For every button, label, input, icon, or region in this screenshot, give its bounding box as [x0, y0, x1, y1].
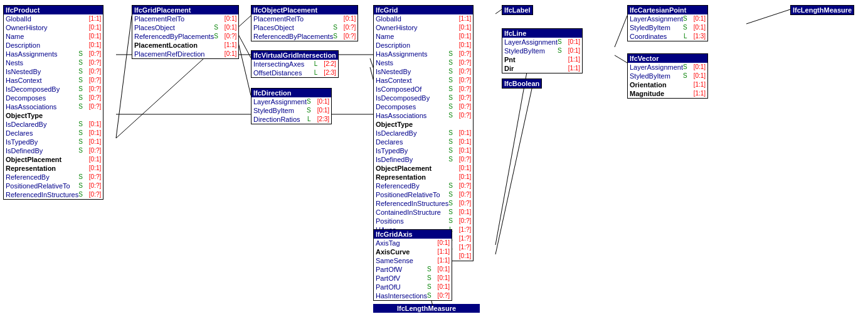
entity-row: PlacementRefDirection[0:1] [132, 50, 238, 58]
attr-card: S[0:?] [448, 217, 471, 225]
entity-ifcdirection: IfcDirectionLayerAssignmentS[0:1]StyledB… [251, 88, 332, 124]
attr-name: PartOfW [376, 265, 402, 274]
attr-card: S[0:?] [448, 102, 471, 111]
attr-name: HasAssignments [376, 50, 428, 58]
attr-name: ContainedInStructure [376, 208, 441, 217]
attr-card: [0:1] [220, 50, 236, 58]
attr-name: Nests [6, 58, 23, 67]
attr-card: L[1:?] [449, 234, 471, 243]
attr-card: S[0:1] [307, 106, 329, 115]
entity-row: PlacementRelTo[0:1] [132, 14, 238, 23]
entity-row: DecomposesS[0:?] [374, 102, 473, 111]
attr-name: Declares [6, 129, 33, 138]
attr-name: ObjectPlacement [376, 164, 431, 173]
entity-row: Representation[0:1] [374, 173, 473, 181]
attr-name: LayerAssignment [630, 14, 683, 23]
attr-name: OwnerHistory [376, 23, 418, 32]
attr-card: S[0:?] [78, 58, 101, 67]
entity-header-ifcboolean: IfcBoolean [502, 79, 541, 88]
entity-row: CoordinatesL[1:3] [628, 32, 707, 41]
attr-name: GlobalId [6, 14, 31, 23]
svg-line-6 [495, 9, 502, 14]
entity-header-ifclengthmeasure_top: IfcLengthMeasure [791, 6, 854, 14]
attr-name: LayerAssignment [504, 38, 558, 46]
entity-header-ifcdirection: IfcDirection [251, 89, 331, 97]
svg-line-10 [615, 55, 627, 63]
attr-card: S[0:?] [448, 155, 471, 164]
attr-card: S[0:1] [448, 129, 471, 138]
attr-name: HasAssignments [6, 50, 58, 58]
attr-card: [0:1] [339, 14, 356, 23]
attr-card: [1:1] [689, 89, 706, 98]
entity-ifcgrid: IfcGridGlobalId[1:1]OwnerHistory[0:1]Nam… [373, 5, 474, 261]
attr-card: [0:1] [220, 14, 236, 23]
attr-name: PlacementRelTo [253, 14, 304, 23]
attr-name: OffsetDistances [253, 68, 302, 77]
attr-name: AxisTag [376, 239, 400, 247]
entity-row: DeclaresS[0:1] [374, 138, 473, 146]
attr-card: S[0:1] [683, 63, 706, 72]
attr-card: S[0:1] [448, 138, 471, 146]
attr-card: S[0:?] [448, 58, 471, 67]
attr-name: ReferencedBy [6, 173, 50, 181]
entity-row: LayerAssignmentS[0:1] [628, 14, 707, 23]
entity-row: PartOfWS[0:1] [374, 265, 452, 274]
attr-name: Pnt [504, 55, 516, 64]
attr-card: L[1:3] [684, 32, 706, 41]
attr-card: S[0:?] [448, 111, 471, 120]
attr-name: IsDecomposedBy [6, 85, 60, 94]
entity-row: IsComposedOfS[0:?] [374, 85, 473, 94]
attr-card: S[0:?] [448, 181, 471, 190]
entity-row: ReferencedByS[0:?] [4, 173, 103, 181]
attr-card: S[0:?] [78, 146, 101, 155]
entity-row: PositionedRelativeToS[0:?] [374, 190, 473, 199]
attr-card: S[0:?] [78, 85, 101, 94]
attr-name: ReferencedInStructures [6, 190, 78, 199]
attr-name: PlacesObject [134, 23, 175, 32]
svg-line-1 [116, 16, 132, 138]
entity-row: SameSense[1:1] [374, 256, 452, 265]
entity-header-ifcvirtualgridintersection: IfcVirtualGridIntersection [251, 51, 338, 60]
attr-card: [0:1] [84, 41, 101, 50]
svg-line-2 [238, 35, 251, 58]
entity-row: AxisTag[0:1] [374, 239, 452, 247]
entity-row: IsDeclaredByS[0:1] [4, 120, 103, 129]
bottom-label-ifclengthmeasure: IfcLengthMeasure [373, 304, 480, 313]
attr-card: S[0:?] [448, 85, 471, 94]
entity-row: PlacementRelTo[0:1] [251, 14, 357, 23]
entity-row: Name[0:1] [4, 32, 103, 41]
entity-row: OffsetDistancesL[2:3] [251, 68, 338, 77]
entity-row: LayerAssignmentS[0:1] [502, 38, 582, 46]
entity-row: DirectionRatiosL[2:3] [251, 115, 331, 124]
attr-card: S[0:?] [78, 173, 101, 181]
entity-row: ContainedInStructureS[0:1] [374, 208, 473, 217]
entity-row: PlacesObjectS[0:1] [132, 23, 238, 32]
attr-name: IsTypedBy [376, 146, 408, 155]
attr-name: Declares [376, 138, 403, 146]
attr-name: ObjectPlacement [6, 155, 61, 164]
attr-card: L[1:?] [449, 225, 471, 234]
entity-row: GlobalId[1:1] [374, 14, 473, 23]
attr-name: HasContext [6, 76, 41, 85]
attr-card: S[0:?] [448, 50, 471, 58]
entity-row: PartOfVS[0:1] [374, 274, 452, 283]
entity-ifcgridaxis: IfcGridAxisAxisTag[0:1]AxisCurve[1:1]Sam… [373, 229, 452, 301]
attr-card: S[0:?] [427, 291, 450, 300]
attr-card: S[0:1] [427, 265, 450, 274]
attr-name: StyledByItem [504, 46, 545, 55]
entity-row: StyledByItemS[0:1] [251, 106, 331, 115]
entity-row: StyledByItemS[0:1] [628, 72, 707, 80]
entity-row: Pnt[1:1] [502, 55, 582, 64]
entity-row: Representation[0:1] [4, 164, 103, 173]
attr-name: LayerAssignment [253, 97, 307, 106]
entity-ifcvirtualgridintersection: IfcVirtualGridIntersectionIntersectingAx… [251, 50, 339, 78]
entity-row: GlobalId[1:1] [4, 14, 103, 23]
attr-card: S[0:?] [448, 94, 471, 102]
entity-header-ifcgridaxis: IfcGridAxis [374, 230, 452, 239]
diagram-container: IfcProductGlobalId[1:1]OwnerHistory[0:1]… [0, 0, 868, 314]
attr-card: S[0:?] [78, 50, 101, 58]
attr-card: [0:1] [84, 155, 101, 164]
attr-name: Description [376, 41, 410, 50]
attr-name: ReferencedBy [376, 181, 420, 190]
attr-card: L[2:2] [314, 60, 336, 68]
